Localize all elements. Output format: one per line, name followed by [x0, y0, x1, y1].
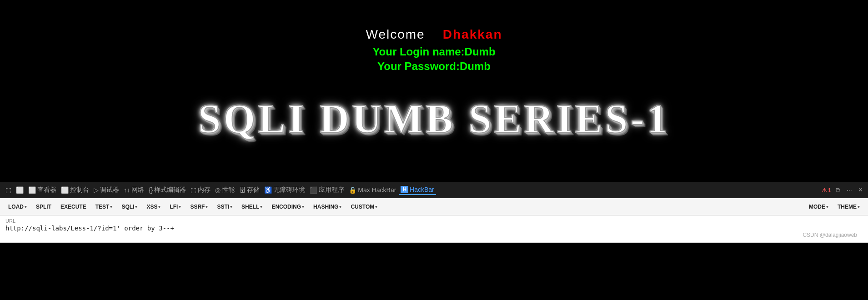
tab-hackbar-label: HackBar: [410, 186, 434, 193]
welcome-name: Dhakkan: [443, 27, 502, 41]
hackbar-icon: H: [401, 186, 408, 193]
hackbar-toolbar: LOAD ▾ SPLIT EXECUTE TEST ▾ SQLI ▾ XSS ▾…: [0, 198, 868, 215]
ssti-button[interactable]: SSTI ▾: [213, 202, 236, 212]
sqli-button[interactable]: SQLI ▾: [118, 202, 141, 212]
shell-arrow: ▾: [260, 205, 262, 209]
shell-button[interactable]: SHELL ▾: [238, 202, 266, 212]
sqli-label: SQLI: [121, 204, 134, 210]
test-button[interactable]: TEST ▾: [92, 202, 116, 212]
lfi-arrow: ▾: [179, 205, 181, 209]
tab-console-label: 控制台: [70, 186, 89, 194]
ssrf-arrow: ▾: [206, 205, 208, 209]
tab-viewer-label: 查看器: [37, 186, 56, 194]
welcome-label: Welcome: [366, 27, 425, 41]
custom-arrow: ▾: [375, 205, 377, 209]
test-label: TEST: [95, 204, 110, 210]
url-area: URL http://sqli-labs/Less-1/?id=1' order…: [0, 215, 868, 243]
ssrf-label: SSRF: [190, 204, 205, 210]
encoding-label: ENCODING: [271, 204, 301, 210]
password-line: Your Password:Dumb: [377, 60, 491, 73]
execute-label: EXECUTE: [60, 204, 86, 210]
execute-button[interactable]: EXECUTE: [57, 202, 90, 212]
url-label: URL: [5, 218, 863, 224]
welcome-line: Welcome Dhakkan: [366, 27, 502, 42]
more-button[interactable]: ···: [845, 185, 854, 195]
tab-network-label: 网络: [131, 186, 144, 194]
tab-console[interactable]: ⬜ 控制台: [59, 185, 91, 195]
xss-arrow: ▾: [158, 205, 161, 209]
xss-label: XSS: [146, 204, 157, 210]
load-arrow: ▾: [25, 205, 27, 209]
sqli-arrow: ▾: [135, 205, 137, 209]
encoding-button[interactable]: ENCODING ▾: [268, 202, 308, 212]
series-title: SQLI DUMB SERIES-1: [198, 95, 670, 142]
tab-debugger[interactable]: ▷ 调试器: [92, 185, 121, 195]
tab-application-label: 应用程序: [319, 186, 344, 194]
hashing-label: HASHING: [313, 204, 338, 210]
theme-arrow: ▾: [858, 205, 860, 209]
responsive-icon[interactable]: ⬜: [14, 185, 25, 195]
mode-arrow: ▾: [826, 205, 828, 209]
csdn-credit: CSDN @dalagjiaoweb: [803, 232, 857, 238]
login-name-line: Your Login name:Dumb: [372, 45, 495, 58]
ssti-arrow: ▾: [230, 205, 232, 209]
tab-accessibility[interactable]: ♿ 无障碍环境: [262, 185, 307, 195]
split-button[interactable]: SPLIT: [32, 202, 55, 212]
error-icon: ⚠: [822, 187, 827, 194]
mode-label: MODE: [809, 204, 825, 210]
main-content: Welcome Dhakkan Your Login name:Dumb You…: [0, 0, 868, 182]
tab-accessibility-label: 无障碍环境: [273, 186, 305, 194]
tab-style-editor[interactable]: {} 样式编辑器: [147, 185, 188, 195]
tab-hackbar[interactable]: H HackBar: [399, 185, 436, 195]
ssrf-button[interactable]: SSRF ▾: [186, 202, 211, 212]
hashing-button[interactable]: HASHING ▾: [310, 202, 345, 212]
xss-button[interactable]: XSS ▾: [143, 202, 164, 212]
tab-network[interactable]: ↑↓ 网络: [122, 185, 146, 195]
split-label: SPLIT: [36, 204, 51, 210]
load-button[interactable]: LOAD ▾: [5, 202, 30, 212]
tab-maxhackbar[interactable]: 🔒 Max HackBar: [347, 185, 398, 195]
ssti-label: SSTI: [217, 204, 229, 210]
tab-style-editor-label: 样式编辑器: [154, 186, 186, 194]
url-value[interactable]: http://sqli-labs/Less-1/?id=1' order by …: [5, 225, 863, 232]
theme-label: THEME: [838, 204, 857, 210]
theme-button[interactable]: THEME ▾: [834, 202, 863, 212]
hashing-arrow: ▾: [339, 205, 341, 209]
lfi-label: LFI: [170, 204, 178, 210]
tab-memory-label: 内存: [198, 186, 211, 194]
tab-memory[interactable]: ⬚ 内存: [189, 185, 212, 195]
tab-debugger-label: 调试器: [100, 186, 119, 194]
error-badge: ⚠ 1: [822, 187, 831, 194]
url-area-footer: CSDN @dalagjiaoweb: [5, 232, 863, 238]
custom-button[interactable]: CUSTOM ▾: [347, 202, 381, 212]
load-label: LOAD: [8, 204, 24, 210]
close-button[interactable]: ×: [857, 185, 864, 195]
tab-viewer[interactable]: ⬜ 查看器: [26, 185, 58, 195]
tab-storage[interactable]: 🗄 存储: [237, 185, 261, 195]
tab-application[interactable]: ⬛ 应用程序: [308, 185, 346, 195]
inspect-icon[interactable]: ⬚: [4, 185, 13, 195]
lfi-button[interactable]: LFI ▾: [166, 202, 185, 212]
shell-label: SHELL: [241, 204, 259, 210]
tab-performance[interactable]: ◎ 性能: [213, 185, 236, 195]
tab-performance-label: 性能: [222, 186, 235, 194]
custom-label: CUSTOM: [351, 204, 374, 210]
encoding-arrow: ▾: [302, 205, 304, 209]
mode-button[interactable]: MODE ▾: [805, 202, 832, 212]
devtools-bar: ⬚ ⬜ ⬜ 查看器 ⬜ 控制台 ▷ 调试器 ↑↓ 网络 {} 样式编辑器 ⬚ 内…: [0, 182, 868, 198]
resize-button[interactable]: ⧉: [834, 185, 842, 195]
tab-storage-label: 存储: [247, 186, 260, 194]
test-arrow: ▾: [110, 205, 112, 209]
tab-maxhackbar-label: Max HackBar: [358, 186, 396, 194]
error-count: 1: [828, 187, 831, 194]
devtools-right: ⚠ 1 ⧉ ··· ×: [822, 185, 864, 195]
